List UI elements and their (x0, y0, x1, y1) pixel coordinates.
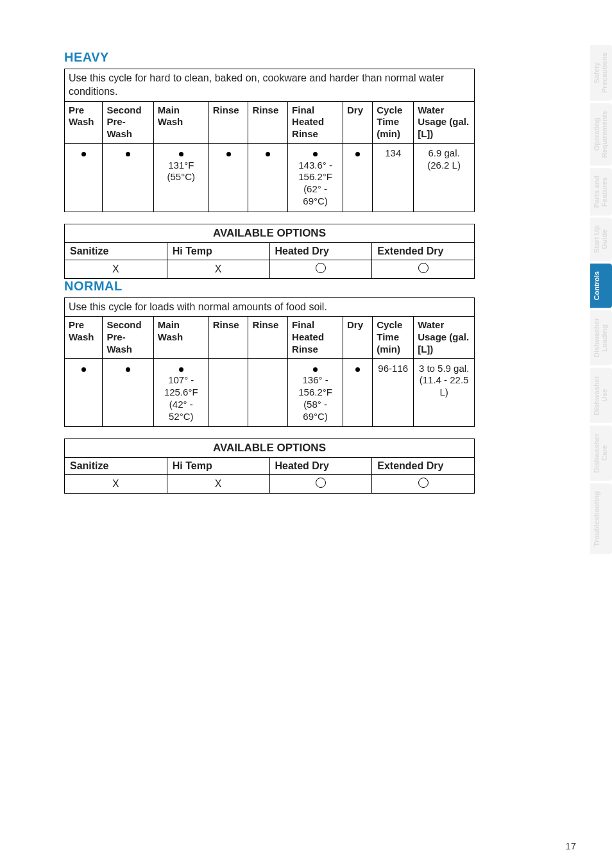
heavy-cycle-table: Use this cycle for hard to clean, baked … (64, 69, 475, 212)
heavy-dry (343, 143, 373, 212)
page-number: 17 (565, 840, 576, 851)
dot-icon (126, 152, 130, 156)
col-pre-wash: Pre Wash (65, 317, 103, 358)
normal-pre-wash (65, 358, 103, 427)
normal-cycle-time: 96-116 (373, 358, 414, 427)
opt-extended-dry: Extended Dry (372, 458, 475, 475)
opt-heated-dry: Heated Dry (269, 458, 372, 475)
opt-extended-dry: Extended Dry (372, 242, 475, 260)
dot-icon (81, 152, 86, 156)
heavy-cycle-time: 134 (373, 143, 414, 212)
heavy-options-title: AVAILABLE OPTIONS (65, 224, 475, 242)
circle-icon (316, 263, 326, 273)
normal-water-usage: 3 to 5.9 gal. (11.4 - 22.5 L) (414, 358, 475, 427)
col-final-heated-rinse: Final Heated Rinse (288, 317, 343, 358)
col-pre-wash: Pre Wash (65, 101, 103, 143)
normal-opt-heated-dry (269, 475, 372, 494)
dot-icon (226, 152, 231, 156)
opt-hi-temp: Hi Temp (167, 242, 269, 260)
normal-dry (343, 358, 373, 427)
heavy-description: Use this cycle for hard to clean, baked … (65, 69, 475, 102)
col-water-usage: Water Usage (gal. [L]) (414, 317, 475, 358)
heavy-opt-sanitize: X (65, 260, 167, 278)
heavy-rinse2 (248, 143, 288, 212)
heavy-final-text: 143.6° - 156.2°F (62° - 69°C) (298, 160, 332, 206)
dot-icon (266, 152, 270, 156)
normal-second-pre-wash (103, 358, 153, 427)
normal-opt-hi-temp: X (167, 475, 269, 494)
normal-rinse2 (248, 358, 288, 427)
opt-sanitize: Sanitize (65, 242, 167, 260)
heavy-rinse1 (208, 143, 248, 212)
dot-icon (179, 152, 183, 156)
dot-icon (355, 367, 360, 372)
dot-icon (179, 367, 183, 372)
col-main-wash: Main Wash (153, 317, 208, 358)
normal-main-wash: 107° - 125.6°F (42° - 52°C) (153, 358, 208, 427)
side-tab[interactable]: Dishwasher Care (590, 426, 612, 481)
col-water-usage: Water Usage (gal. [L]) (414, 101, 475, 143)
col-cycle-time: Cycle Time (min) (373, 317, 414, 358)
heavy-pre-wash (65, 143, 103, 212)
heavy-final-rinse: 143.6° - 156.2°F (62° - 69°C) (288, 143, 343, 212)
col-main-wash: Main Wash (153, 101, 208, 143)
normal-cycle-table: Use this cycle for loads with normal amo… (64, 297, 475, 428)
opt-heated-dry: Heated Dry (269, 242, 372, 260)
heavy-main-wash-text: 131°F (55°C) (167, 160, 196, 183)
heavy-water-usage: 6.9 gal. (26.2 L) (414, 143, 475, 212)
normal-rinse1 (208, 358, 248, 427)
side-tab[interactable]: Troubleshooting (590, 483, 612, 554)
normal-opt-extended-dry (372, 475, 475, 494)
col-rinse2: Rinse (248, 101, 288, 143)
circle-icon (418, 263, 429, 273)
side-tab[interactable]: Dishwasher Loading (590, 310, 612, 365)
normal-main-wash-text: 107° - 125.6°F (42° - 52°C) (164, 374, 198, 421)
dot-icon (126, 367, 130, 372)
opt-hi-temp: Hi Temp (167, 458, 269, 475)
opt-sanitize: Sanitize (65, 458, 167, 475)
col-rinse2: Rinse (248, 317, 288, 358)
heavy-title: HEAVY (64, 50, 475, 65)
heavy-opt-extended-dry (372, 260, 475, 278)
col-cycle-time: Cycle Time (min) (373, 101, 414, 143)
col-second-pre-wash: Second Pre-Wash (103, 317, 153, 358)
normal-options-title: AVAILABLE OPTIONS (65, 439, 475, 458)
dot-icon (313, 152, 318, 156)
side-tab[interactable]: Operating Requirements (590, 103, 612, 165)
side-tab[interactable]: Parts and Features (590, 168, 612, 215)
col-rinse1: Rinse (208, 101, 248, 143)
heavy-opt-heated-dry (269, 260, 372, 278)
heavy-second-pre-wash (103, 143, 153, 212)
circle-icon (418, 478, 429, 488)
heavy-main-wash: 131°F (55°C) (153, 143, 208, 212)
side-tab[interactable]: Dishwasher Use (590, 368, 612, 423)
side-tabs: Safety PrecautionsOperating Requirements… (590, 45, 612, 556)
dot-icon (81, 367, 86, 372)
side-tab[interactable]: Controls (590, 263, 612, 308)
heavy-options-table: AVAILABLE OPTIONS Sanitize Hi Temp Heate… (64, 224, 475, 279)
col-dry: Dry (343, 317, 373, 358)
normal-title: NORMAL (64, 279, 475, 294)
normal-final-text: 136° - 156.2°F (58° - 69°C) (298, 374, 332, 421)
heavy-opt-hi-temp: X (167, 260, 269, 278)
col-second-pre-wash: Second Pre-Wash (103, 101, 153, 143)
circle-icon (316, 478, 326, 488)
normal-description: Use this cycle for loads with normal amo… (65, 297, 475, 317)
dot-icon (355, 152, 360, 156)
dot-icon (313, 367, 318, 372)
page: HEAVY Use this cycle for hard to clean, … (0, 0, 612, 868)
side-tab[interactable]: Start Up Guide (590, 218, 612, 261)
normal-final-rinse: 136° - 156.2°F (58° - 69°C) (288, 358, 343, 427)
col-dry: Dry (343, 101, 373, 143)
normal-opt-sanitize: X (65, 475, 167, 494)
side-tab[interactable]: Safety Precautions (590, 45, 612, 101)
normal-options-table: AVAILABLE OPTIONS Sanitize Hi Temp Heate… (64, 438, 475, 494)
col-rinse1: Rinse (208, 317, 248, 358)
content-area: HEAVY Use this cycle for hard to clean, … (64, 50, 475, 494)
col-final-heated-rinse: Final Heated Rinse (288, 101, 343, 143)
